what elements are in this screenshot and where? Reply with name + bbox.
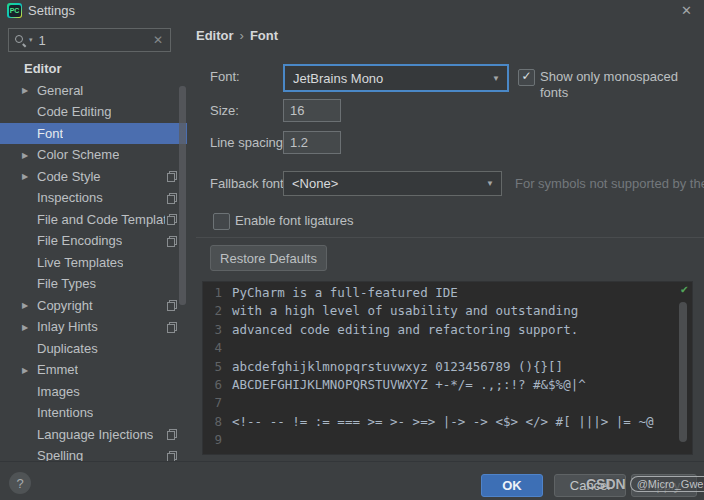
sidebar-item-label: Font xyxy=(37,126,63,141)
line-number: 3 xyxy=(207,321,222,339)
sidebar-item-copyright[interactable]: ▶ Copyright xyxy=(0,295,187,317)
sidebar-item-label: Inspections xyxy=(37,190,103,205)
show-monospaced-label: Show only monospaced fonts xyxy=(540,69,704,101)
help-button[interactable]: ? xyxy=(9,472,31,494)
sidebar-item-editor[interactable]: Editor xyxy=(0,58,187,80)
preview-line: 7 xyxy=(203,394,692,412)
settings-sidebar: ▾ 1 ✕ Editor ▶ General Code Editing Font… xyxy=(0,22,187,462)
font-ligatures-checkbox[interactable] xyxy=(213,213,230,230)
font-settings-panel: Editor › Font Font: JetBrains Mono ▼ Sho… xyxy=(187,22,704,462)
preview-line: 9 xyxy=(203,431,692,449)
sidebar-item-images[interactable]: Images xyxy=(0,381,187,403)
sidebar-item-inlay-hints[interactable]: ▶ Inlay Hints xyxy=(0,316,187,338)
sidebar-item-label: Color Scheme xyxy=(37,147,119,162)
chevron-right-icon[interactable]: ▶ xyxy=(22,86,28,95)
show-monospaced-checkbox[interactable] xyxy=(518,69,535,86)
chevron-right-icon[interactable]: ▶ xyxy=(22,322,28,331)
line-number: 9 xyxy=(207,431,222,449)
sidebar-item-font[interactable]: Font xyxy=(0,123,187,145)
sidebar-item-code-editing[interactable]: Code Editing xyxy=(0,101,187,123)
sidebar-item-label: Live Templates xyxy=(37,255,123,270)
settings-dialog: PC Settings ✕ ▾ 1 ✕ Editor ▶ General Cod… xyxy=(0,0,704,500)
preview-scrollbar[interactable] xyxy=(679,302,687,442)
copy-icon xyxy=(167,322,176,332)
chevron-right-icon[interactable]: ▶ xyxy=(22,301,28,310)
sidebar-item-label: Copyright xyxy=(37,298,93,313)
sidebar-item-file-types[interactable]: File Types xyxy=(0,273,187,295)
dialog-footer: ? OK Cancel Apply CSDN @Micro_Gwen xyxy=(0,461,704,500)
sidebar-item-label: Emmet xyxy=(37,362,78,377)
sidebar-item-label: Language Injections xyxy=(37,427,153,442)
ok-button[interactable]: OK xyxy=(481,474,543,497)
preview-code: ABCDEFGHIJKLMNOPQRSTUVWXYZ +-*/= .,;:!? … xyxy=(232,376,586,394)
pycharm-logo-icon: PC xyxy=(7,3,22,18)
search-icon xyxy=(14,33,28,47)
chevron-right-icon[interactable]: ▶ xyxy=(22,172,28,181)
sidebar-item-general[interactable]: ▶ General xyxy=(0,80,187,102)
sidebar-scrollbar[interactable] xyxy=(179,86,186,305)
line-number: 2 xyxy=(207,302,222,320)
sidebar-item-color-scheme[interactable]: ▶ Color Scheme xyxy=(0,144,187,166)
preview-line: 6 ABCDEFGHIJKLMNOPQRSTUVWXYZ +-*/= .,;:!… xyxy=(203,376,692,394)
copy-icon xyxy=(167,214,176,224)
copy-icon xyxy=(167,236,176,246)
sidebar-item-file-encodings[interactable]: File Encodings xyxy=(0,230,187,252)
preview-line: 2 with a high level of usability and out… xyxy=(203,302,692,320)
pycharm-logo-text: PC xyxy=(9,5,21,17)
breadcrumb-separator: › xyxy=(234,28,250,43)
breadcrumb-font: Font xyxy=(250,28,278,43)
window-title: Settings xyxy=(28,3,75,18)
line-number: 8 xyxy=(207,413,222,431)
sidebar-item-label: File Types xyxy=(37,276,96,291)
size-input[interactable]: 16 xyxy=(283,99,341,122)
line-number: 7 xyxy=(207,394,222,412)
breadcrumb-editor[interactable]: Editor xyxy=(196,28,234,43)
search-options-chevron-icon[interactable]: ▾ xyxy=(29,36,33,44)
line-number: 4 xyxy=(207,339,222,357)
preview-line: 5 abcdefghijklmnopqrstuvwxyz 0123456789 … xyxy=(203,358,692,376)
font-family-value: JetBrains Mono xyxy=(293,71,492,86)
search-input[interactable]: ▾ 1 ✕ xyxy=(8,28,171,52)
fallback-font-select[interactable]: <None> ▼ xyxy=(283,171,502,196)
font-preview-editor[interactable]: 1 PyCharm is a full-featured IDE 2 with … xyxy=(202,281,693,455)
sidebar-item-label: Code Style xyxy=(37,169,101,184)
line-spacing-input[interactable]: 1.2 xyxy=(283,131,341,154)
preview-code: advanced code editing and refactoring su… xyxy=(232,321,578,339)
sidebar-item-code-style[interactable]: ▶ Code Style xyxy=(0,166,187,188)
line-number: 1 xyxy=(207,284,222,302)
chevron-right-icon[interactable]: ▶ xyxy=(22,150,28,159)
preview-code: abcdefghijklmnopqrstuvwxyz 0123456789 ()… xyxy=(232,358,563,376)
sidebar-item-intentions[interactable]: Intentions xyxy=(0,402,187,424)
copy-icon xyxy=(167,429,176,439)
fallback-font-value: <None> xyxy=(292,176,486,191)
sidebar-item-label: Editor xyxy=(24,61,62,76)
cancel-button[interactable]: Cancel xyxy=(554,474,626,497)
sidebar-item-emmet[interactable]: ▶ Emmet xyxy=(0,359,187,381)
sidebar-item-inspections[interactable]: Inspections xyxy=(0,187,187,209)
search-clear-icon[interactable]: ✕ xyxy=(153,33,163,47)
inspection-ok-icon: ✔ xyxy=(681,282,688,296)
sidebar-item-duplicates[interactable]: Duplicates xyxy=(0,338,187,360)
sidebar-item-label: File and Code Templates xyxy=(37,212,165,227)
chevron-right-icon[interactable]: ▶ xyxy=(22,365,28,374)
preview-code: with a high level of usability and outst… xyxy=(232,302,578,320)
close-icon[interactable]: ✕ xyxy=(681,3,692,18)
sidebar-item-label: Duplicates xyxy=(37,341,98,356)
sidebar-item-file-and-code-templates[interactable]: File and Code Templates xyxy=(0,209,187,231)
sidebar-item-label: Code Editing xyxy=(37,104,111,119)
font-ligatures-label: Enable font ligatures xyxy=(235,213,354,229)
restore-defaults-button[interactable]: Restore Defaults xyxy=(210,245,327,271)
preview-code: <!-- -- != := === >= >- >=> |-> -> <$> <… xyxy=(232,413,653,431)
sidebar-item-language-injections[interactable]: Language Injections xyxy=(0,424,187,446)
font-family-select[interactable]: JetBrains Mono ▼ xyxy=(283,64,509,92)
sidebar-item-live-templates[interactable]: Live Templates xyxy=(0,252,187,274)
preview-code: PyCharm is a full-featured IDE xyxy=(232,284,458,302)
size-label: Size: xyxy=(210,99,239,122)
line-spacing-value: 1.2 xyxy=(290,135,308,150)
preview-line: 3 advanced code editing and refactoring … xyxy=(203,321,692,339)
window-titlebar: PC Settings ✕ xyxy=(0,0,704,23)
preview-line: 8 <!-- -- != := === >= >- >=> |-> -> <$>… xyxy=(203,413,692,431)
copy-icon xyxy=(167,451,176,461)
sidebar-item-label: Images xyxy=(37,384,80,399)
apply-button[interactable]: Apply xyxy=(631,474,697,497)
